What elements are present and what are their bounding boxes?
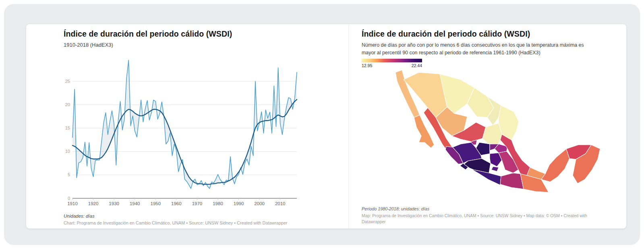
- svg-text:5: 5: [68, 172, 70, 177]
- svg-text:1990: 1990: [234, 201, 244, 206]
- map-subtitle: Número de días por año con por lo menos …: [362, 41, 589, 56]
- svg-text:20: 20: [65, 102, 70, 107]
- map-region-campeche[interactable]: [541, 149, 569, 182]
- map-title: Índice de duración del periodo cálido (W…: [362, 29, 530, 39]
- svg-text:15: 15: [65, 126, 70, 130]
- svg-text:0: 0: [68, 196, 70, 201]
- map-region-oaxaca[interactable]: [500, 173, 524, 189]
- mexico-choropleth-map[interactable]: [360, 68, 610, 204]
- svg-text:1960: 1960: [171, 201, 182, 206]
- svg-text:2000: 2000: [254, 201, 265, 206]
- svg-text:1940: 1940: [130, 201, 140, 206]
- svg-text:10: 10: [65, 149, 70, 154]
- map-footnote: Periodo 1980-2018; unidades: días: [362, 206, 429, 211]
- map-panel: Índice de duración del periodo cálido (W…: [348, 24, 626, 228]
- svg-text:25: 25: [65, 79, 70, 84]
- line-chart-panel: Índice de duración del periodo cálido (W…: [26, 24, 348, 228]
- wsdi-line-chart[interactable]: 0510152025191019201930194019501960197019…: [64, 56, 302, 209]
- chart-title: Índice de duración del periodo cálido (W…: [64, 29, 232, 39]
- chart-footnote: Unidades: días: [64, 214, 95, 218]
- chart-subtitle: 1910-2018 (HadEX3): [64, 42, 113, 48]
- svg-text:1980: 1980: [213, 201, 223, 206]
- map-region-morelos[interactable]: [491, 167, 499, 171]
- map-region-san-luis-potosi[interactable]: [482, 123, 502, 145]
- chart-credit: Chart: Programa de Investigación en Camb…: [64, 220, 325, 226]
- svg-text:1910: 1910: [67, 201, 78, 206]
- legend-gradient: [362, 59, 422, 62]
- svg-text:1950: 1950: [150, 201, 161, 206]
- svg-text:1930: 1930: [109, 201, 119, 206]
- svg-text:1970: 1970: [192, 201, 203, 206]
- svg-text:1920: 1920: [88, 201, 99, 206]
- svg-text:2010: 2010: [275, 201, 286, 206]
- charts-card: Índice de duración del periodo cálido (W…: [26, 24, 626, 228]
- map-credit: Map: Programa de Investigación en Cambio…: [362, 213, 587, 225]
- gray-frame: Índice de duración del periodo cálido (W…: [4, 4, 640, 245]
